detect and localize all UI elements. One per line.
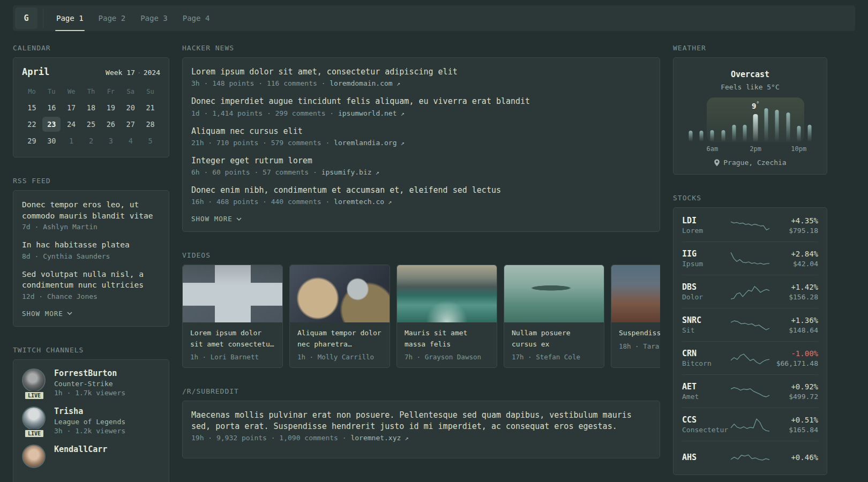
calendar-day[interactable]: 17 [62,100,80,115]
calendar-day[interactable]: 15 [23,100,41,115]
avatar-forrest[interactable] [22,368,46,392]
video-title[interactable]: Aliquam tempor dolor nec pharetra… [297,328,382,349]
calendar-day[interactable]: 16 [42,100,61,115]
weather-bar-slot [783,105,794,151]
calendar-day[interactable]: 4 [122,133,140,148]
subreddit-post-title[interactable]: Maecenas mollis pulvinar erat non posuer… [191,410,651,433]
stock-row-iig[interactable]: IIGIpsum+2.84%$42.04 [682,242,818,275]
stock-change: +0.51% [770,416,818,424]
item-domain-link[interactable]: loremdomain.com [330,79,392,87]
calendar-day[interactable]: 28 [141,117,160,132]
twitch-channel-name[interactable]: Trisha [54,406,125,416]
item-domain-link[interactable]: loremnet.xyz [350,434,401,442]
stock-row-dbs[interactable]: DBSDolor+1.42%$156.28 [682,275,818,308]
app-logo[interactable]: G [15,7,38,29]
calendar-day[interactable]: 3 [102,133,120,148]
stocks-widget: STOCKS LDILorem+4.35%$795.18IIGIpsum+2.8… [673,194,827,475]
stock-change: +1.42% [770,283,818,291]
calendar-day[interactable]: 26 [102,117,120,132]
item-meta-text: 6h · 60 points · 57 comments · [191,168,321,176]
stock-row-ldi[interactable]: LDILorem+4.35%$795.18 [682,209,818,242]
stock-row-ahs[interactable]: AHS+0.46% [682,441,818,473]
sea-thumbnail[interactable] [397,265,497,322]
hackernews-item-title[interactable]: Donec enim nibh, condimentum et accumsan… [191,185,651,196]
location-pin-icon [714,159,720,167]
twitch-channel-row[interactable]: LIVEForrestBurtonCounter-Strike1h · 1.7k… [22,368,160,397]
canoe-thumbnail[interactable] [504,265,604,322]
stock-sparkline [730,382,770,401]
stock-symbol: LDI [682,216,730,225]
weather-bar-slot: 6am [707,105,717,151]
chevron-down-icon [67,312,72,315]
video-title[interactable]: Nullam posuere cursus ex [512,328,596,349]
dashboard-columns: CALENDAR April Week 17·2024 MoTuWeThFrSa… [13,44,855,482]
avatar-kendall[interactable] [22,445,46,468]
stock-name: Consectetur [682,426,730,434]
hackernews-item-title[interactable]: Donec imperdiet augue tincidunt felis al… [191,96,651,107]
avatar-trisha[interactable] [22,406,46,430]
tab-page-1[interactable]: Page 1 [49,5,91,31]
video-card[interactable]: Aliquam tempor dolor nec pharetra…1h · M… [289,265,390,367]
calendar-day[interactable]: 19 [102,100,120,115]
calendar-day[interactable]: 20 [122,100,140,115]
tab-page-2[interactable]: Page 2 [91,5,133,31]
calendar-day-selected[interactable]: 23 [42,117,61,132]
calendar-day[interactable]: 24 [62,117,80,132]
stock-row-snrc[interactable]: SNRCSit+1.36%$148.64 [682,308,818,341]
twitch-channel-name[interactable]: ForrestBurton [54,368,125,378]
hackernews-item-title[interactable]: Lorem ipsum dolor sit amet, consectetur … [191,66,651,78]
calendar-day[interactable]: 27 [122,117,140,132]
calendar-day[interactable]: 2 [82,133,100,148]
rss-item-title[interactable]: Donec tempor eros leo, ut commodo mauris… [22,199,160,221]
stock-sparkline [730,250,770,268]
video-card-body: Mauris sit amet massa felis7h · Grayson … [397,322,497,367]
weather-time-label: 2pm [750,145,761,153]
tab-page-4[interactable]: Page 4 [175,5,218,31]
towers-thumbnail[interactable] [183,265,282,322]
hackernews-widget: HACKER NEWS Lorem ipsum dolor sit amet, … [182,44,660,232]
item-domain-link[interactable]: loremtech.co [334,198,384,206]
video-card[interactable]: Nullam posuere cursus ex17h · Stefan Col… [504,265,604,367]
fog-thumbnail[interactable] [611,265,660,322]
weather-section-title: WEATHER [673,44,827,52]
hackernews-item-title[interactable]: Aliquam nec cursus elit [191,126,651,137]
show-more-button[interactable]: SHOW MORE [22,310,72,318]
twitch-channel-row[interactable]: LIVETrishaLeague of Legends3h · 1.2k vie… [22,406,160,435]
rss-item-title[interactable]: Sed volutpat nulla nisl, a condimentum n… [22,269,160,291]
weather-bar [710,130,714,141]
video-card[interactable]: Lorem ipsum dolor sit amet consectetu…1h… [182,265,283,367]
rss-item-title[interactable]: In hac habitasse platea [22,239,160,251]
calendar-day[interactable]: 30 [42,133,61,148]
videos-section-title: VIDEOS [182,251,660,259]
weather-location-row: Prague, Czechia [682,159,818,167]
stock-row-aet[interactable]: AETAmet+0.92%$499.72 [682,374,818,408]
stock-values: +0.51%$165.84 [770,416,818,434]
video-title[interactable]: Suspendisse diam [619,328,660,338]
calendar-day[interactable]: 25 [82,117,100,132]
tab-page-3[interactable]: Page 3 [133,5,175,31]
stock-values: +1.36%$148.64 [770,316,818,334]
calendar-day[interactable]: 22 [23,117,41,132]
twitch-channel-name[interactable]: KendallCarr [54,445,107,454]
hackernews-item-title[interactable]: Integer eget rutrum lorem [191,155,651,167]
item-domain-link[interactable]: ipsumworld.net [338,109,397,117]
calendar-day[interactable]: 1 [62,133,80,148]
calendar-day[interactable]: 29 [23,133,41,148]
video-title[interactable]: Lorem ipsum dolor sit amet consectetu… [190,328,275,349]
video-card-body: Lorem ipsum dolor sit amet consectetu…1h… [183,322,282,367]
calendar-day[interactable]: 5 [141,133,160,148]
item-domain-link[interactable]: loremlandia.org [334,139,396,147]
stock-row-crn[interactable]: CRNBitcorn-1.00%$66,171.48 [682,341,818,374]
twitch-channel-row[interactable]: KendallCarr [22,445,160,468]
weather-bar [743,125,746,141]
video-card[interactable]: Mauris sit amet massa felis7h · Grayson … [396,265,497,367]
calendar-day[interactable]: 21 [141,100,160,115]
video-title[interactable]: Mauris sit amet massa felis [405,328,489,349]
calendar-day[interactable]: 18 [82,100,100,115]
camera-thumbnail[interactable] [290,265,390,322]
item-domain-link[interactable]: ipsumify.biz [321,168,372,176]
stock-row-ccs[interactable]: CCSConsectetur+0.51%$165.84 [682,408,818,441]
external-link-icon: ↗ [384,198,392,206]
video-card[interactable]: Suspendisse diam18h · Tara [611,265,660,367]
show-more-button[interactable]: SHOW MORE [191,215,242,223]
